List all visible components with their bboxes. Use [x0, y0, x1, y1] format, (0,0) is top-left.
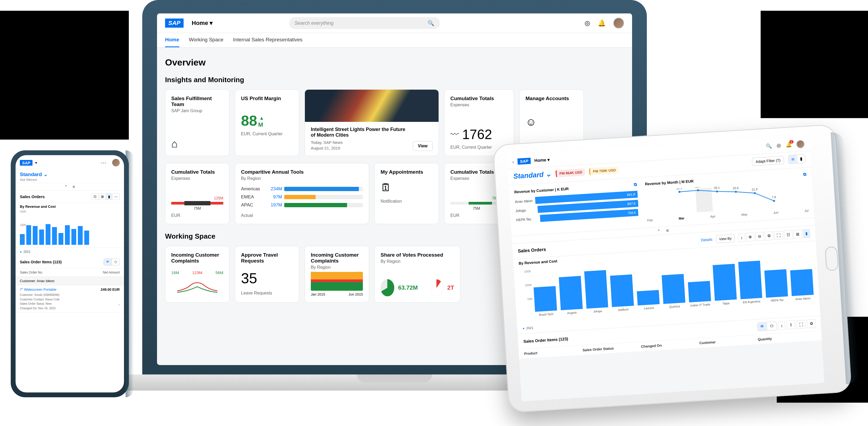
collapse-bar[interactable]: ⌃⤭ [16, 183, 124, 190]
card-complaints-1[interactable]: Incoming Customer Complaints 16M123M56M [165, 246, 229, 303]
gear-icon[interactable]: ⚙ [807, 319, 816, 328]
avatar[interactable] [796, 140, 805, 148]
sales-orders-header: Sales Orders ☷ ⊞ ▮ ⋯ [16, 190, 124, 203]
phone-screen: SAP ▾ ⋯ Standard ⌄ Not filtered ⌃⤭ Sales… [16, 155, 124, 392]
expand-icon[interactable]: ⛶ [796, 320, 806, 329]
caret-icon[interactable]: ▾ [35, 160, 37, 165]
adapt-filter-button[interactable]: Adapt Filter (7) [752, 156, 784, 165]
tab-home[interactable]: Home [165, 33, 179, 47]
svg-rect-0 [695, 188, 713, 212]
zoom-in-icon[interactable]: ⊕ [746, 233, 755, 242]
popout-icon[interactable]: ⧉ [803, 172, 807, 177]
variant-standard[interactable]: Standard ⌄ [513, 170, 552, 181]
chart-bar: Quimica [661, 274, 686, 312]
search-icon[interactable]: 🔍 [766, 143, 772, 149]
view-button[interactable]: View [413, 141, 433, 151]
column-header[interactable]: Sales Order Status [582, 345, 641, 352]
gear-icon[interactable]: ⚙ [765, 232, 774, 241]
bar-toggle[interactable]: ▮ [797, 154, 805, 163]
chevup-icon: ⌃ [657, 229, 661, 233]
bell-icon[interactable]: 🔔 [598, 19, 606, 27]
sparkline [171, 279, 223, 295]
sort-icon[interactable]: ↕ [778, 321, 785, 330]
gauge-row: EMEA 97M [241, 194, 363, 200]
chart-bar: Angeré [559, 276, 583, 318]
home-dropdown[interactable]: Home▾ [192, 20, 213, 27]
svg-point-10 [754, 192, 756, 194]
search-input[interactable]: Search everything 🔍 [289, 17, 440, 29]
details-link[interactable]: Details [701, 237, 713, 242]
tab-working-space[interactable]: Working Space [189, 33, 224, 47]
column-header[interactable]: Quantity [758, 334, 816, 341]
more-icon[interactable]: ⋯ [113, 193, 120, 200]
chart-bar: Anav Ideon [790, 269, 814, 305]
table-row[interactable]: 7" Widescreen Portable249.00 EUR Custome… [16, 285, 124, 313]
chart-bar: Brazil Tech [534, 286, 557, 320]
card-votes[interactable]: Share of Votes Processed By Region 63.72… [374, 246, 460, 303]
chart-bar [78, 226, 83, 245]
eye-off-icon[interactable]: ⦵ [767, 322, 777, 330]
target-icon[interactable]: ◎ [585, 19, 590, 27]
column-header[interactable]: Product [524, 348, 583, 356]
chart-bar [71, 229, 76, 245]
eye-off-icon[interactable]: ⦵ [112, 259, 119, 265]
chevup-icon: ⌃ [64, 185, 67, 189]
svg-text:31.1: 31.1 [676, 186, 682, 190]
avatar[interactable] [112, 159, 120, 166]
eye-icon[interactable]: 👁 [104, 259, 112, 265]
bar-view-icon[interactable]: ▮ [106, 193, 112, 200]
expand-icon[interactable]: ⛶ [774, 231, 783, 240]
card-profit-margin[interactable]: US Profit Margin 88 ▲M EUR, Current Quar… [235, 89, 299, 156]
back-icon[interactable]: ‹ [513, 159, 514, 164]
revenue-bar-chart: 150K100K50K [16, 210, 124, 248]
card-travel-requests[interactable]: Approve Travel Requests 35 Leave Request… [235, 246, 299, 303]
gauge-row: Americas 234M [241, 186, 363, 192]
decor-block [0, 11, 129, 140]
line-view-icon[interactable]: ☷ [784, 230, 793, 239]
popout-icon[interactable]: ⧉ [634, 182, 637, 187]
home-button[interactable] [825, 246, 838, 271]
avatar[interactable] [613, 18, 624, 28]
sap-logo: SAP [518, 158, 531, 164]
tab-sales-reps[interactable]: Internal Sales Representatives [233, 33, 303, 47]
chart-bar: Jologa [584, 270, 609, 317]
target-icon[interactable]: ◎ [776, 142, 781, 148]
filter-bar: Standard ⌄ Not filtered [16, 170, 124, 183]
chart-bar: Laurent [637, 290, 660, 314]
line-view-icon[interactable]: ☷ [92, 193, 98, 200]
card-appointments[interactable]: My Appointments 🗓 Notification [374, 163, 439, 224]
export-icon[interactable]: ⇪ [786, 320, 795, 329]
card-sales-fulfillment[interactable]: Sales Fulfillment Team SAP Jam Group ⌂ [165, 89, 229, 156]
chart-legend: 2021 [16, 248, 124, 256]
shuffle-icon: ⤭ [72, 185, 75, 189]
zoom-out-icon[interactable]: ⊖ [755, 232, 764, 241]
chart-toggle[interactable]: ≋ [788, 155, 798, 164]
card-news[interactable]: Intelligent Street Lights Power the Futu… [305, 89, 439, 156]
sort-icon[interactable]: ↕ [738, 233, 745, 242]
chart-bar [39, 230, 44, 245]
variant-standard[interactable]: Standard ⌄ [20, 172, 48, 177]
bar-view-icon[interactable]: ▮ [803, 229, 810, 238]
chart-bar [52, 227, 57, 245]
eye-icon[interactable]: 👁 [757, 323, 767, 331]
section-insights: Insights and Monitoring [165, 76, 624, 84]
more-icon[interactable]: ⋯ [101, 159, 107, 166]
area-chart [311, 272, 363, 291]
chart-bar [33, 226, 38, 245]
chart-bar: DelBont [610, 274, 634, 316]
home-dropdown[interactable]: Home ▾ [534, 157, 550, 163]
column-header[interactable]: Customer [699, 337, 758, 345]
column-header[interactable]: Changed On [641, 341, 700, 348]
card-cumulative-2[interactable]: Cumulative Totals Expenses 125M 75M EUR [165, 163, 229, 224]
card-complaints-2[interactable]: Incoming Customer Complaints By Region 0… [305, 246, 369, 303]
card-comparative[interactable]: Comparitive Annual Tools By Region Ameri… [235, 163, 369, 224]
caret-icon: ▾ [210, 20, 213, 27]
view-toggle: ≋ ▮ [788, 154, 806, 164]
view-by-button[interactable]: View By [716, 234, 735, 243]
chart-bar: HEPA Tec [765, 269, 788, 306]
grid-view-icon[interactable]: ⊞ [794, 230, 802, 239]
kpi-tag[interactable]: PM 759K USD [589, 166, 619, 176]
bell-icon[interactable]: 🔔2 [785, 142, 792, 148]
grid-view-icon[interactable]: ⊞ [99, 193, 106, 200]
kpi-tag[interactable]: PM 864K USD [555, 168, 585, 177]
